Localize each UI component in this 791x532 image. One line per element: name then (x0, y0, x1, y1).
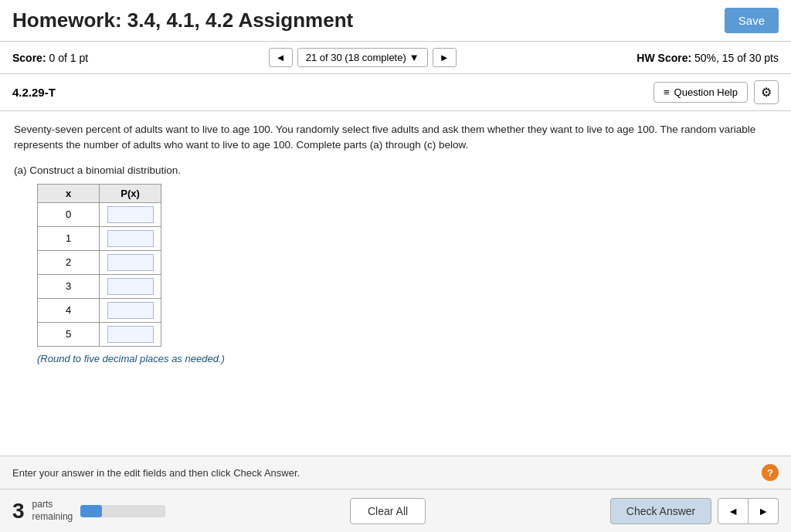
x-value: 3 (38, 274, 100, 298)
help-circle-button[interactable]: ? (762, 464, 779, 481)
px-input-1[interactable] (107, 230, 154, 247)
problem-text: Seventy-seven percent of adults want to … (14, 122, 777, 154)
score-display: Score: 0 of 1 pt (12, 52, 88, 64)
page-title: Homework: 3.4, 4.1, 4.2 Assignment (12, 8, 353, 32)
col-header-x: x (38, 184, 100, 202)
px-cell (100, 250, 161, 274)
rounding-note: (Round to five decimal places as needed.… (37, 353, 777, 364)
table-row: 2 (38, 250, 161, 274)
next-question-button[interactable]: ► (433, 48, 457, 67)
question-help-button[interactable]: ≡ Question Help (654, 82, 748, 103)
table-row: 5 (38, 322, 161, 346)
px-input-0[interactable] (107, 206, 154, 223)
binomial-table: x P(x) 012345 (37, 184, 161, 347)
table-row: 1 (38, 226, 161, 250)
table-row: 4 (38, 298, 161, 322)
progress-bar (80, 505, 165, 517)
px-cell (100, 202, 161, 226)
save-button[interactable]: Save (725, 8, 779, 33)
question-dropdown[interactable]: 21 of 30 (18 complete) ▼ (297, 48, 428, 67)
settings-button[interactable]: ⚙ (754, 80, 779, 104)
px-cell (100, 298, 161, 322)
next-arrow-button[interactable]: ► (749, 498, 779, 524)
remaining-line2: remaining (32, 511, 73, 524)
list-icon: ≡ (664, 86, 670, 98)
remaining-line1: parts (32, 499, 73, 511)
x-value: 2 (38, 250, 100, 274)
remaining-count: 3 (12, 499, 25, 524)
part-a-label: (a) Construct a binomial distribution. (14, 164, 777, 176)
prev-arrow-button[interactable]: ◄ (718, 498, 749, 524)
px-input-4[interactable] (107, 302, 154, 319)
x-value: 4 (38, 298, 100, 322)
table-row: 3 (38, 274, 161, 298)
px-cell (100, 322, 161, 346)
px-cell (100, 274, 161, 298)
px-input-5[interactable] (107, 326, 154, 343)
px-cell (100, 226, 161, 250)
check-answer-button[interactable]: Check Answer (610, 498, 711, 524)
question-id: 4.2.29-T (12, 86, 56, 99)
x-value: 1 (38, 226, 100, 250)
px-input-3[interactable] (107, 278, 154, 295)
x-value: 0 (38, 202, 100, 226)
x-value: 5 (38, 322, 100, 346)
hw-score-display: HW Score: 50%, 15 of 30 pts (637, 52, 779, 64)
clear-all-button[interactable]: Clear All (350, 498, 426, 524)
col-header-px: P(x) (100, 184, 161, 202)
prev-question-button[interactable]: ◄ (269, 48, 293, 67)
instruction-text: Enter your answer in the edit fields and… (12, 467, 300, 479)
table-row: 0 (38, 202, 161, 226)
px-input-2[interactable] (107, 254, 154, 271)
